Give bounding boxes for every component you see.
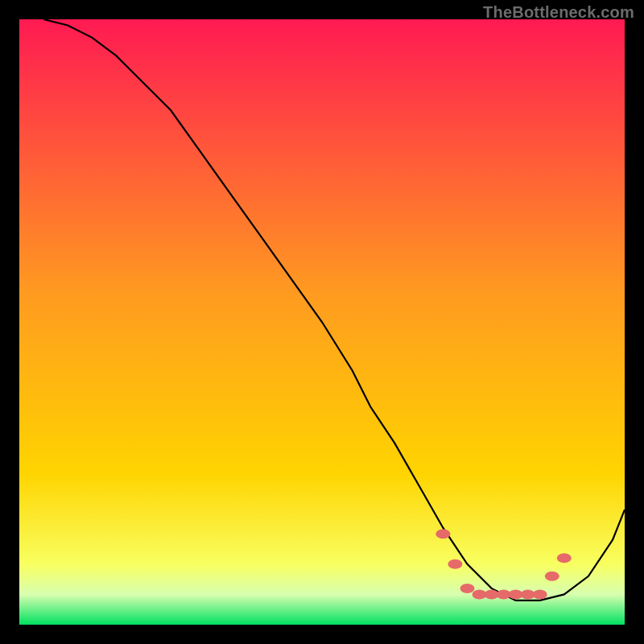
marker-dot xyxy=(460,584,475,593)
marker-dot xyxy=(545,572,559,581)
marker-dot xyxy=(533,589,547,599)
marker-dot xyxy=(436,529,450,539)
marker-dot xyxy=(448,559,462,569)
bottleneck-chart xyxy=(19,19,625,625)
marker-dot xyxy=(557,553,572,563)
chart-frame: TheBottleneck.com xyxy=(0,0,644,644)
